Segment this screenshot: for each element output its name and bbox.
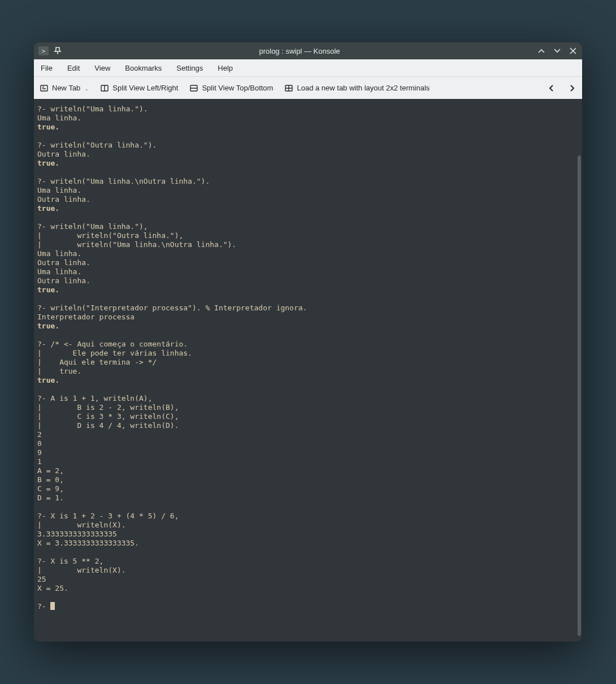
split-top-bottom-button[interactable]: Split View Top/Bottom (189, 84, 273, 93)
terminal-line (37, 295, 573, 304)
terminal-line: D = 1. (37, 493, 573, 503)
terminal-line: true. (37, 123, 573, 132)
terminal-line: B = 0, (37, 475, 573, 484)
terminal-line: | Aqui ele termina -> */ (37, 358, 573, 367)
terminal-line: | writeln(X). (37, 566, 573, 575)
new-tab-label: New Tab (52, 84, 80, 92)
scrollbar-thumb[interactable] (578, 155, 581, 636)
terminal-line: true. (37, 159, 573, 168)
terminal-line (37, 213, 573, 222)
titlebar: prolog : swipl — Konsole (34, 42, 582, 59)
split-tb-label: Split View Top/Bottom (202, 84, 273, 92)
terminal-line: Interpretador processa (37, 313, 573, 322)
terminal-line: | Ele pode ter várias linhas. (37, 349, 573, 358)
menu-view[interactable]: View (92, 62, 112, 75)
toolbar-next-button[interactable] (567, 84, 576, 93)
maximize-button[interactable] (553, 46, 562, 55)
terminal-line: A = 2, (37, 466, 573, 475)
split-lr-label: Split View Left/Right (112, 84, 178, 92)
terminal-line: ?- writeln("Uma linha."), (37, 222, 573, 231)
terminal-line: | writeln(X). (37, 521, 573, 530)
terminal-line (37, 385, 573, 394)
window-title: prolog : swipl — Konsole (62, 47, 537, 55)
terminal-line: | C is 3 * 3, writeln(C), (37, 412, 573, 421)
menu-edit[interactable]: Edit (65, 62, 82, 75)
menu-settings[interactable]: Settings (174, 62, 205, 75)
terminal-line: 1 (37, 457, 573, 466)
terminal-line: ?- /* <- Aqui começa o comentário. (37, 340, 573, 349)
menu-file[interactable]: File (38, 62, 55, 75)
terminal-line: | D is 4 / 4, writeln(D). (37, 421, 573, 430)
terminal-line: ?- X is 5 ** 2, (37, 557, 573, 566)
terminal-line: ?- A is 1 + 1, writeln(A), (37, 394, 573, 403)
new-tab-button[interactable]: New Tab ⌄ (40, 84, 89, 93)
terminal-line: ?- X is 1 + 2 - 3 + (4 * 5) / 6, (37, 512, 573, 521)
terminal-line: C = 9, (37, 484, 573, 493)
terminal[interactable]: ?- writeln("Uma linha.").Uma linha.true.… (34, 99, 576, 642)
cursor (50, 602, 55, 610)
layout-2x2-button[interactable]: Load a new tab with layout 2x2 terminals (284, 84, 430, 93)
terminal-line: | true. (37, 367, 573, 376)
menubar: File Edit View Bookmarks Settings Help (34, 59, 582, 76)
chevron-down-icon[interactable]: ⌄ (85, 86, 89, 93)
terminal-line: 3.3333333333333335 (37, 530, 573, 539)
terminal-line: Uma linha. (37, 267, 573, 276)
terminal-line (37, 168, 573, 177)
app-icon (38, 46, 49, 55)
terminal-line: true. (37, 285, 573, 295)
terminal-line (37, 593, 573, 602)
terminal-line: Outra linha. (37, 276, 573, 285)
terminal-line: Outra linha. (37, 258, 573, 267)
terminal-line: Uma linha. (37, 114, 573, 123)
terminal-line: 0 (37, 439, 573, 448)
pin-icon[interactable] (53, 46, 62, 55)
terminal-line: true. (37, 322, 573, 331)
close-button[interactable] (569, 46, 578, 55)
svg-rect-0 (41, 85, 47, 91)
terminal-line: true. (37, 204, 573, 213)
konsole-window: prolog : swipl — Konsole File Edit View … (34, 42, 582, 642)
layout-label: Load a new tab with layout 2x2 terminals (297, 84, 430, 92)
terminal-line: 9 (37, 448, 573, 457)
terminal-line (37, 132, 573, 141)
terminal-line: ?- writeln("Outra linha."). (37, 141, 573, 150)
terminal-line: 2 (37, 430, 573, 439)
terminal-line: ?- writeln("Interpretador processa"). % … (37, 304, 573, 313)
terminal-line: ?- writeln("Uma linha."). (37, 105, 573, 114)
toolbar: New Tab ⌄ Split View Left/Right Split Vi… (34, 76, 582, 99)
terminal-line (37, 503, 573, 512)
terminal-line: Outra linha. (37, 150, 573, 159)
menu-bookmarks[interactable]: Bookmarks (123, 62, 164, 75)
terminal-line: Uma linha. (37, 186, 573, 195)
terminal-line: Uma linha. (37, 249, 573, 258)
terminal-prompt-line[interactable]: ?- (37, 602, 573, 611)
terminal-line: | writeln("Uma linha.\nOutra linha."). (37, 240, 573, 249)
terminal-line (37, 331, 573, 340)
terminal-line: true. (37, 376, 573, 385)
menu-help[interactable]: Help (215, 62, 235, 75)
terminal-line: X = 25. (37, 584, 573, 593)
terminal-line (37, 548, 573, 557)
minimize-button[interactable] (537, 46, 546, 55)
toolbar-prev-button[interactable] (547, 84, 556, 93)
scrollbar[interactable] (576, 99, 582, 642)
terminal-line: X = 3.3333333333333335. (37, 539, 573, 548)
terminal-line: ?- writeln("Uma linha.\nOutra linha."). (37, 177, 573, 186)
terminal-line: 25 (37, 575, 573, 584)
terminal-line: | writeln("Outra linha."), (37, 231, 573, 240)
terminal-line: Outra linha. (37, 195, 573, 204)
split-left-right-button[interactable]: Split View Left/Right (100, 84, 178, 93)
terminal-line: | B is 2 - 2, writeln(B), (37, 403, 573, 412)
